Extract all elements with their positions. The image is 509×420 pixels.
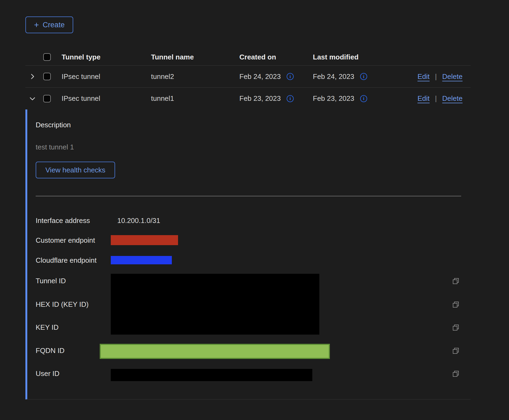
- copy-icon: [452, 277, 460, 285]
- field-label: Interface address: [36, 216, 90, 225]
- field-label: HEX ID (KEY ID): [36, 300, 89, 309]
- detail-divider: [36, 196, 461, 196]
- tunnel-type-cell: IPsec tunnel: [62, 94, 151, 103]
- table-row: IPsec tunnel tunnel2 Feb 24, 2023 i Feb …: [25, 66, 471, 88]
- row-checkbox[interactable]: [43, 73, 51, 80]
- create-button[interactable]: + Create: [25, 16, 73, 33]
- actions-separator: |: [435, 94, 437, 103]
- ipsec-tunnels-page: + Create Tunnel type Tunnel name Created…: [0, 0, 509, 420]
- chevron-down-icon: [29, 95, 36, 102]
- created-on-cell: Feb 24, 2023: [239, 72, 281, 81]
- copy-tunnel-id-button[interactable]: [452, 277, 460, 285]
- copy-icon: [452, 301, 460, 308]
- table-row: IPsec tunnel tunnel1 Feb 23, 2023 i Feb …: [25, 88, 471, 109]
- expand-row-button[interactable]: [28, 72, 37, 81]
- interface-address-value: 10.200.1.0/31: [117, 216, 160, 225]
- header-tunnel-name: Tunnel name: [151, 53, 239, 61]
- select-all-checkbox[interactable]: [43, 53, 51, 61]
- last-modified-cell: Feb 24, 2023: [313, 72, 354, 81]
- field-label: User ID: [36, 369, 59, 378]
- last-modified-cell: Feb 23, 2023: [313, 94, 354, 103]
- copy-hex-id-button[interactable]: [452, 301, 460, 309]
- field-label: Cloudflare endpoint: [36, 256, 97, 265]
- tunnel-detail-panel: Description test tunnel 1 View health ch…: [25, 109, 471, 399]
- copy-icon: [452, 370, 460, 378]
- actions-separator: |: [435, 72, 437, 81]
- row-checkbox[interactable]: [43, 95, 51, 102]
- delete-link[interactable]: Delete: [442, 94, 463, 103]
- edit-link[interactable]: Edit: [417, 94, 430, 103]
- header-created-on: Created on: [239, 53, 313, 61]
- copy-icon: [452, 324, 460, 331]
- description-value: test tunnel 1: [36, 142, 74, 152]
- info-icon[interactable]: i: [287, 73, 294, 80]
- create-button-label: Create: [43, 21, 65, 29]
- chevron-right-icon: [29, 73, 36, 80]
- customer-endpoint-redacted-value: [111, 235, 178, 245]
- field-label: Tunnel ID: [36, 276, 66, 285]
- info-icon[interactable]: i: [287, 95, 294, 102]
- field-label: Customer endpoint: [36, 236, 95, 245]
- copy-icon: [452, 347, 460, 355]
- tunnel-type-cell: IPsec tunnel: [62, 72, 151, 81]
- tunnel-name-cell: tunnel1: [151, 94, 239, 103]
- view-health-checks-button[interactable]: View health checks: [36, 162, 115, 178]
- created-on-cell: Feb 23, 2023: [239, 94, 281, 103]
- delete-link[interactable]: Delete: [442, 72, 463, 81]
- collapse-row-button[interactable]: [28, 94, 37, 104]
- table-header-row: Tunnel type Tunnel name Created on Last …: [25, 49, 471, 66]
- plus-icon: +: [34, 21, 39, 29]
- copy-user-id-button[interactable]: [452, 370, 460, 378]
- copy-key-id-button[interactable]: [452, 324, 460, 332]
- cloudflare-endpoint-redacted-value: [111, 256, 172, 264]
- tunnels-table: Tunnel type Tunnel name Created on Last …: [25, 49, 471, 399]
- copy-fqdn-id-button[interactable]: [452, 347, 460, 355]
- tunnel-ids-redacted-value: [111, 274, 319, 335]
- info-icon[interactable]: i: [360, 95, 367, 102]
- edit-link[interactable]: Edit: [417, 72, 430, 81]
- description-label: Description: [36, 120, 71, 129]
- field-label: KEY ID: [36, 323, 59, 332]
- field-label: FQDN ID: [36, 346, 65, 355]
- user-id-redacted-value: [111, 369, 312, 381]
- header-last-modified: Last modified: [313, 53, 394, 61]
- fqdn-id-redacted-value: [100, 344, 330, 359]
- info-icon[interactable]: i: [360, 73, 367, 80]
- tunnel-name-cell: tunnel2: [151, 72, 239, 81]
- header-tunnel-type: Tunnel type: [62, 53, 151, 61]
